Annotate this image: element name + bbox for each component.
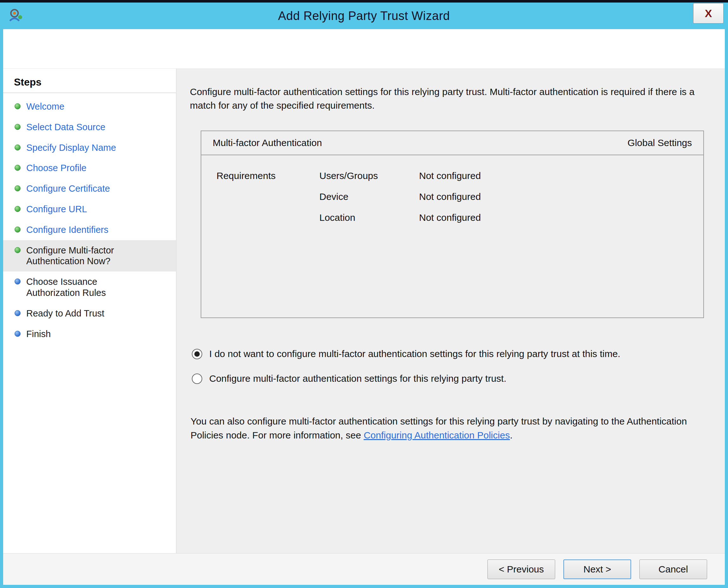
content-row: Steps Welcome Select Data Source Specify… [3,69,725,553]
global-settings-label: Global Settings [628,138,692,148]
radio-unselected-icon[interactable] [192,374,202,384]
mfa-requirements-grid: Requirements Users/Groups Not configured… [201,155,703,223]
step-label: Configure Certificate [26,183,110,194]
configuring-authentication-policies-link[interactable]: Configuring Authentication Policies [364,430,510,440]
radio-label: Configure multi-factor authentication se… [209,373,506,384]
next-button[interactable]: Next > [564,560,631,579]
spacer-cell [217,212,319,223]
step-done-icon [15,227,21,233]
step-label: Specify Display Name [26,142,116,153]
steps-divider [3,92,176,93]
step-done-icon [15,185,21,191]
step-choose-issuance-authorization-rules[interactable]: Choose Issuance Authorization Rules [3,272,176,303]
step-ready-to-add-trust[interactable]: Ready to Add Trust [3,303,176,324]
radio-label: I do not want to configure multi-factor … [209,349,620,359]
step-done-icon [15,206,21,212]
step-label: Finish [26,329,51,340]
requirement-value: Not configured [419,170,703,181]
spacer-cell [217,191,319,202]
radio-selected-icon[interactable] [192,349,202,359]
step-select-data-source[interactable]: Select Data Source [3,117,176,138]
window-title: Add Relying Party Trust Wizard [0,9,728,23]
cancel-button[interactable]: Cancel [639,560,707,579]
requirement-name: Users/Groups [319,170,419,181]
step-configure-mfa-now[interactable]: Configure Multi-factor Authentication No… [3,240,176,272]
previous-button[interactable]: < Previous [487,560,555,579]
button-bar: < Previous Next > Cancel [3,553,725,585]
step-label: Choose Profile [26,163,86,174]
step-specify-display-name[interactable]: Specify Display Name [3,138,176,158]
radio-do-not-configure-mfa[interactable]: I do not want to configure multi-factor … [192,349,705,359]
steps-sidebar: Steps Welcome Select Data Source Specify… [3,69,177,553]
step-label: Configure Identifiers [26,224,109,235]
radio-configure-mfa[interactable]: Configure multi-factor authentication se… [192,373,705,384]
step-label: Configure Multi-factor Authentication No… [26,245,144,267]
mfa-box-title: Multi-factor Authentication [213,138,322,148]
step-configure-identifiers[interactable]: Configure Identifiers [3,219,176,240]
step-done-icon [15,165,21,171]
mfa-settings-box: Multi-factor Authentication Global Setti… [201,130,704,318]
requirement-value: Not configured [419,191,703,202]
requirement-name: Device [319,191,419,202]
step-label: Ready to Add Trust [26,308,105,319]
step-pending-icon [15,331,21,337]
step-label: Welcome [26,101,64,112]
requirement-value: Not configured [419,212,703,223]
step-done-icon [15,103,21,109]
close-button[interactable]: X [693,3,724,23]
wizard-window: Add Relying Party Trust Wizard X Steps W… [0,0,728,588]
step-done-icon [15,145,21,150]
footer-note: You can also configure multi-factor auth… [191,414,705,442]
step-label: Choose Issuance Authorization Rules [26,276,144,298]
step-choose-profile[interactable]: Choose Profile [3,158,176,178]
step-welcome[interactable]: Welcome [3,96,176,117]
step-pending-icon [15,278,21,285]
adfs-app-icon [8,7,23,23]
step-done-icon [15,124,21,130]
step-pending-icon [15,310,21,316]
step-finish[interactable]: Finish [3,324,176,344]
main-panel: Configure multi-factor authentication se… [177,69,725,553]
mfa-box-header: Multi-factor Authentication Global Setti… [201,131,703,155]
header-band [3,29,725,69]
intro-text: Configure multi-factor authentication se… [190,85,705,112]
step-done-icon [15,247,21,253]
footer-note-period: . [510,430,512,440]
requirements-label: Requirements [217,170,319,181]
step-configure-url[interactable]: Configure URL [3,199,176,219]
window-top-edge [0,0,728,2]
step-configure-certificate[interactable]: Configure Certificate [3,178,176,199]
titlebar[interactable]: Add Relying Party Trust Wizard X [0,2,728,29]
steps-heading: Steps [3,76,176,92]
requirement-name: Location [319,212,419,223]
step-label: Configure URL [26,204,87,215]
step-label: Select Data Source [26,122,105,133]
